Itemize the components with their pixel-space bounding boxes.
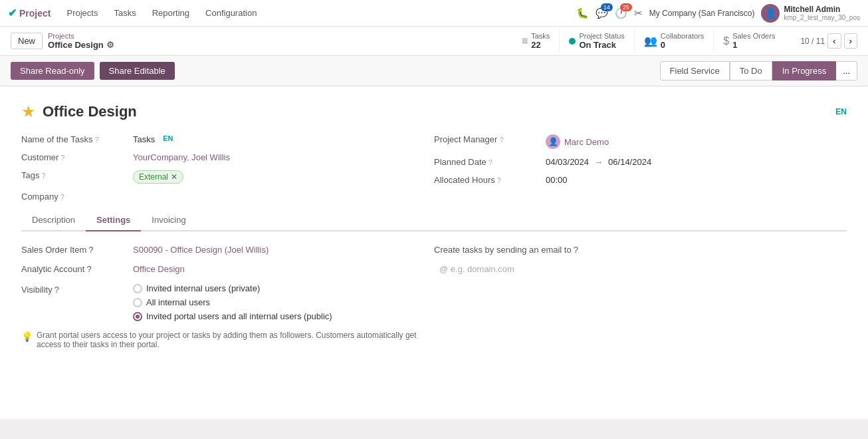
user-details: Mitchell Admin kmp_2_test_may_30_pos — [784, 5, 860, 21]
date-end[interactable]: 06/14/2024 — [608, 157, 651, 167]
visibility-all-internal[interactable]: All internal users — [133, 297, 332, 307]
name-of-tasks-label: Name of the Tasks ? — [21, 134, 128, 144]
name-en-badge: EN — [163, 134, 173, 142]
sales-order-help[interactable]: ? — [88, 245, 93, 255]
share-readonly-button[interactable]: Share Read-only — [11, 62, 94, 80]
en-badge[interactable]: EN — [835, 107, 847, 116]
action-bar: Share Read-only Share Editable Field Ser… — [0, 56, 868, 86]
tools-icon[interactable]: ✂ — [634, 7, 643, 19]
create-tasks-help[interactable]: ? — [574, 245, 578, 255]
top-nav: ✔ Project Projects Tasks Reporting Confi… — [0, 0, 868, 27]
nav-tasks[interactable]: Tasks — [108, 5, 141, 21]
nav-projects[interactable]: Projects — [61, 5, 103, 21]
planned-date-help[interactable]: ? — [488, 158, 492, 166]
sales-order-label: Sales Order Item ? — [21, 245, 128, 255]
email-field-wrap: @ e.g. domain.com — [434, 264, 847, 274]
tab-settings[interactable]: Settings — [86, 210, 141, 231]
field-service-button[interactable]: Field Service — [660, 61, 730, 80]
prev-page-button[interactable]: ‹ — [827, 33, 841, 49]
name-of-tasks-value[interactable]: Tasks — [133, 134, 155, 144]
breadcrumb-bar: New Projects Office Design ⚙ ≡ Tasks 22 … — [0, 27, 868, 56]
allocated-hours-value[interactable]: 00:00 — [546, 175, 568, 185]
pagination-text: 10 / 11 — [800, 37, 825, 46]
visibility-public[interactable]: Invited portal users and all internal us… — [133, 311, 332, 321]
radio-private-label: Invited internal users (private) — [146, 283, 260, 293]
nav-links: Projects Tasks Reporting Configuration — [61, 5, 262, 21]
settings-content: Sales Order Item ? S00090 - Office Desig… — [21, 245, 847, 349]
form-header: ★ Office Design EN — [21, 102, 847, 121]
sales-value: 1 — [732, 40, 775, 50]
more-status-button[interactable]: ... — [836, 61, 857, 80]
user-info[interactable]: 👤 Mitchell Admin kmp_2_test_may_30_pos — [761, 4, 860, 23]
visibility-radio-group: Invited internal users (private) All int… — [133, 283, 332, 321]
create-tasks-row: Create tasks by sending an email to ? — [434, 245, 847, 255]
bug-icon[interactable]: 🐛 — [576, 7, 589, 19]
radio-public-circle — [133, 312, 142, 321]
stat-collaborators[interactable]: 👥 Collaborators 0 — [635, 29, 714, 53]
email-placeholder[interactable]: @ e.g. domain.com — [439, 264, 514, 274]
todo-button[interactable]: To Do — [730, 61, 772, 80]
planned-date-row: Planned Date ? 04/03/2024 → 06/14/2024 — [434, 157, 847, 167]
tab-invoicing[interactable]: Invoicing — [141, 210, 196, 231]
planned-date-label: Planned Date ? — [434, 157, 540, 167]
new-button[interactable]: New — [11, 33, 43, 49]
date-range: 04/03/2024 → 06/14/2024 — [546, 157, 651, 167]
sales-order-value[interactable]: S00090 - Office Design (Joel Willis) — [133, 245, 269, 255]
form-right-col: Project Manager ? 👤 Marc Demo Planned Da… — [434, 134, 847, 210]
visibility-private[interactable]: Invited internal users (private) — [133, 283, 332, 293]
share-editable-button[interactable]: Share Editable — [100, 62, 175, 80]
nav-configuration[interactable]: Configuration — [200, 5, 262, 21]
external-tag[interactable]: External ✕ — [133, 170, 183, 184]
breadcrumb-parent[interactable]: Projects — [48, 32, 114, 40]
nav-reporting[interactable]: Reporting — [147, 5, 195, 21]
info-icon: 💡 — [21, 331, 33, 342]
project-manager-row: Project Manager ? 👤 Marc Demo — [434, 134, 847, 149]
radio-private-circle — [133, 284, 142, 293]
customer-help[interactable]: ? — [60, 154, 64, 162]
analytic-account-value[interactable]: Office Design — [133, 264, 185, 274]
manager-name[interactable]: Marc Demo — [564, 137, 609, 147]
nav-right: 🐛 💬 14 🕐 25 ✂ My Company (San Francisco)… — [576, 4, 860, 23]
user-sub: kmp_2_test_may_30_pos — [784, 14, 860, 21]
sales-icon: $ — [723, 35, 729, 47]
collab-label: Collaborators — [661, 32, 704, 40]
create-tasks-label: Create tasks by sending an email to ? — [434, 245, 578, 255]
customer-value[interactable]: YourCompany, Joel Willis — [133, 152, 230, 162]
tab-description[interactable]: Description — [21, 210, 86, 231]
remove-tag-icon[interactable]: ✕ — [171, 172, 177, 182]
radio-internal-label: All internal users — [146, 297, 210, 307]
check-icon: ✔ — [8, 7, 17, 19]
allocated-hours-help[interactable]: ? — [497, 176, 501, 184]
settings-right-col: Create tasks by sending an email to ? @ … — [434, 245, 847, 349]
tags-row: Tags ? External ✕ — [21, 170, 434, 184]
stats-bar: ≡ Tasks 22 Project Status On Track 👥 Col… — [512, 29, 784, 53]
user-name: Mitchell Admin — [784, 5, 860, 14]
date-start[interactable]: 04/03/2024 — [546, 157, 589, 167]
tags-help[interactable]: ? — [41, 172, 45, 180]
star-icon[interactable]: ★ — [21, 102, 36, 121]
company-help[interactable]: ? — [60, 193, 64, 201]
in-progress-button[interactable]: In Progress — [772, 61, 836, 80]
info-note: 💡 Grant portal users access to your proj… — [21, 331, 434, 349]
tasks-icon: ≡ — [522, 35, 528, 47]
analytic-account-help[interactable]: ? — [86, 264, 91, 274]
stat-status[interactable]: Project Status On Track — [560, 29, 634, 53]
info-text: Grant portal users access to your projec… — [37, 331, 434, 349]
activity-icon-wrap[interactable]: 🕐 25 — [615, 7, 627, 19]
tasks-value: 22 — [531, 40, 550, 50]
next-page-button[interactable]: › — [844, 33, 857, 49]
name-of-tasks-help[interactable]: ? — [94, 136, 98, 144]
nav-brand[interactable]: ✔ Project — [8, 7, 51, 19]
status-buttons: Field Service To Do In Progress ... — [660, 61, 857, 80]
stat-tasks[interactable]: ≡ Tasks 22 — [512, 29, 560, 53]
radio-internal-circle — [133, 298, 142, 307]
stat-sales[interactable]: $ Sales Orders 1 — [714, 29, 784, 53]
visibility-help[interactable]: ? — [54, 285, 59, 295]
gear-icon[interactable]: ⚙ — [106, 40, 114, 50]
messages-icon-wrap[interactable]: 💬 14 — [596, 7, 608, 19]
radio-public-label: Invited portal users and all internal us… — [146, 311, 332, 321]
analytic-account-row: Analytic Account ? Office Design — [21, 264, 434, 274]
project-manager-help[interactable]: ? — [499, 136, 503, 144]
breadcrumb-current: Office Design ⚙ — [48, 40, 114, 50]
customer-label: Customer ? — [21, 152, 128, 162]
